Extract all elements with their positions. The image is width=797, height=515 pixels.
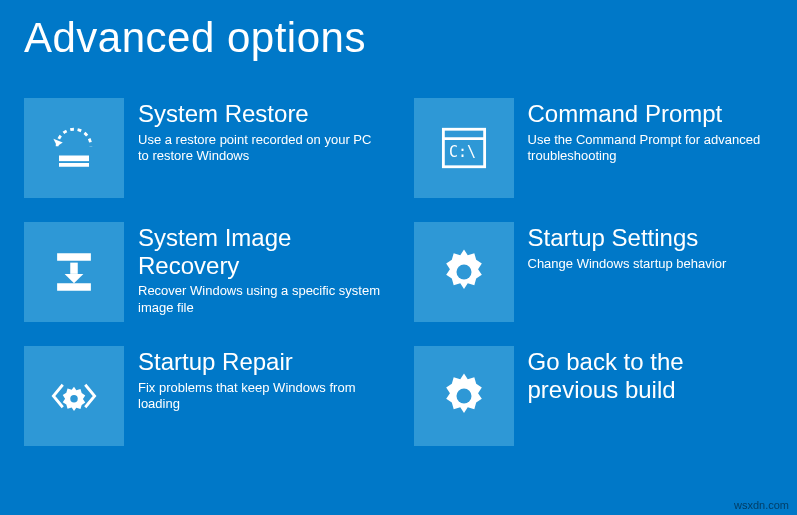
tile-text: System Restore Use a restore point recor… — [138, 98, 384, 165]
svg-rect-6 — [57, 253, 91, 261]
tile-go-back-previous-build[interactable]: Go back to the previous build — [414, 346, 774, 446]
tile-command-prompt[interactable]: C:\ Command Prompt Use the Command Promp… — [414, 98, 774, 198]
tile-title: System Image Recovery — [138, 224, 384, 279]
tile-desc: Use the Command Prompt for advanced trou… — [528, 132, 774, 166]
tile-title: Command Prompt — [528, 100, 774, 128]
tile-text: Startup Repair Fix problems that keep Wi… — [138, 346, 384, 413]
cmd-icon: C:\ — [414, 98, 514, 198]
tile-system-restore[interactable]: System Restore Use a restore point recor… — [24, 98, 384, 198]
svg-rect-7 — [57, 283, 91, 291]
options-grid: System Restore Use a restore point recor… — [0, 62, 797, 446]
tile-text: Startup Settings Change Windows startup … — [528, 222, 774, 272]
tile-system-image-recovery[interactable]: System Image Recovery Recover Windows us… — [24, 222, 384, 322]
tile-desc: Recover Windows using a specific system … — [138, 283, 384, 317]
tile-text: Go back to the previous build — [528, 346, 774, 407]
tile-text: System Image Recovery Recover Windows us… — [138, 222, 384, 317]
tile-title: System Restore — [138, 100, 384, 128]
svg-point-11 — [70, 395, 78, 403]
svg-marker-0 — [53, 139, 62, 147]
svg-rect-1 — [59, 156, 89, 162]
gear-icon — [414, 346, 514, 446]
tile-startup-repair[interactable]: Startup Repair Fix problems that keep Wi… — [24, 346, 384, 446]
svg-rect-8 — [70, 263, 78, 274]
gear-icon — [414, 222, 514, 322]
tile-title: Startup Settings — [528, 224, 774, 252]
svg-point-12 — [456, 389, 471, 404]
image-recovery-icon — [24, 222, 124, 322]
svg-point-10 — [456, 265, 471, 280]
tile-startup-settings[interactable]: Startup Settings Change Windows startup … — [414, 222, 774, 322]
svg-text:C:\: C:\ — [449, 143, 476, 161]
tile-title: Startup Repair — [138, 348, 384, 376]
repair-icon — [24, 346, 124, 446]
tile-title: Go back to the previous build — [528, 348, 774, 403]
tile-text: Command Prompt Use the Command Prompt fo… — [528, 98, 774, 165]
watermark: wsxdn.com — [734, 499, 789, 511]
svg-marker-9 — [65, 274, 84, 283]
tile-desc: Change Windows startup behavior — [528, 256, 774, 273]
svg-rect-2 — [59, 163, 89, 167]
tile-desc: Use a restore point recorded on your PC … — [138, 132, 384, 166]
tile-desc: Fix problems that keep Windows from load… — [138, 380, 384, 414]
restore-icon — [24, 98, 124, 198]
page-title: Advanced options — [0, 0, 797, 62]
